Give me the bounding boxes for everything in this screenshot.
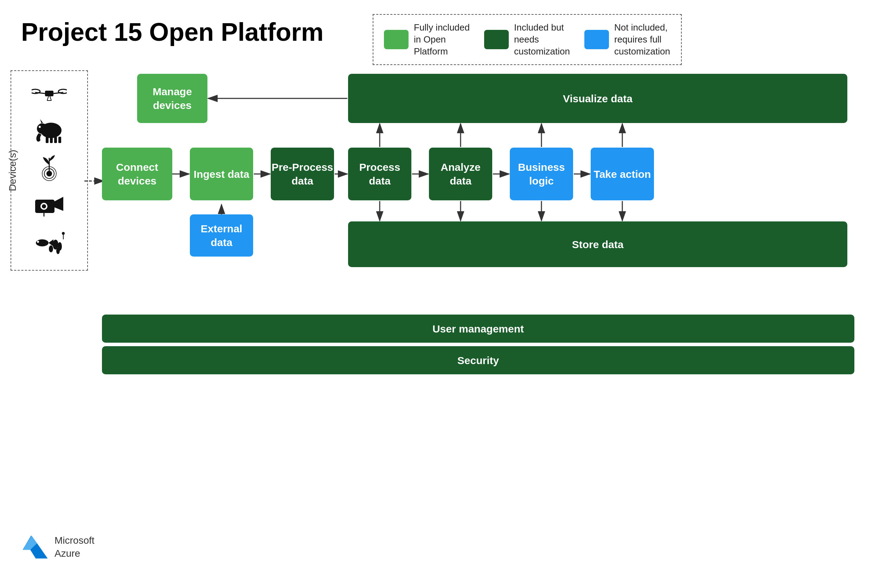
preprocess-data-box: Pre-Process data <box>271 148 334 200</box>
svg-point-9 <box>37 123 48 134</box>
legend-item-needs-customization: Included but needs customization <box>484 22 570 57</box>
legend-color-not-included <box>585 30 609 49</box>
diagram-container: Visualize data Manage devices Connect de… <box>102 67 854 295</box>
business-logic-label: Business logic <box>510 160 573 188</box>
take-action-label: Take action <box>594 167 651 181</box>
legend-item-fully-included: Fully included in Open Platform <box>384 22 470 57</box>
analyze-data-box: Analyze data <box>429 148 492 200</box>
manage-devices-box: Manage devices <box>137 74 207 123</box>
take-action-box: Take action <box>591 148 654 200</box>
legend-label-not-included: Not included, requires full customizatio… <box>614 22 670 57</box>
svg-point-15 <box>47 171 52 176</box>
external-data-label: External data <box>190 222 253 249</box>
analyze-data-label: Analyze data <box>429 160 492 188</box>
drone-icon <box>32 80 67 112</box>
azure-product: Azure <box>54 547 95 560</box>
svg-line-5 <box>47 96 48 100</box>
svg-point-32 <box>62 232 65 235</box>
user-management-label: User management <box>433 322 524 336</box>
elephant-icon <box>32 116 67 150</box>
plant-sensor-icon <box>35 154 63 188</box>
security-label: Security <box>457 354 499 367</box>
visualize-data-label: Visualize data <box>563 92 633 105</box>
user-management-box: User management <box>102 315 854 343</box>
svg-point-29 <box>49 245 53 252</box>
visualize-data-box: Visualize data <box>348 74 847 123</box>
svg-marker-20 <box>54 197 63 211</box>
preprocess-data-label: Pre-Process data <box>271 160 334 188</box>
svg-point-24 <box>36 239 48 246</box>
store-data-box: Store data <box>348 221 847 267</box>
ingest-data-label: Ingest data <box>194 167 249 181</box>
legend-item-not-included: Not included, requires full customizatio… <box>585 22 670 57</box>
connect-devices-box: Connect devices <box>102 148 172 200</box>
devices-label: Device(s) <box>7 150 18 191</box>
ingest-data-box: Ingest data <box>190 148 253 200</box>
legend-label-fully-included: Fully included in Open Platform <box>414 22 470 57</box>
connect-devices-label: Connect devices <box>102 160 172 188</box>
store-data-label: Store data <box>572 238 624 251</box>
legend-label-needs-customization: Included but needs customization <box>514 22 570 57</box>
page-title: Project 15 Open Platform <box>21 18 323 46</box>
marine-icon <box>32 227 67 261</box>
svg-line-6 <box>50 96 51 100</box>
svg-rect-12 <box>54 137 57 143</box>
svg-point-14 <box>39 126 41 128</box>
azure-icon <box>21 536 49 558</box>
process-data-label: Process data <box>348 160 411 188</box>
camera-sensor-icon <box>33 193 65 223</box>
manage-devices-label: Manage devices <box>137 85 207 112</box>
security-box: Security <box>102 346 854 374</box>
external-data-box: External data <box>190 214 253 256</box>
azure-text: Microsoft Azure <box>54 534 95 560</box>
legend-color-needs-customization <box>484 30 509 49</box>
legend-color-fully-included <box>384 30 409 49</box>
process-data-box: Process data <box>348 148 411 200</box>
azure-microsoft: Microsoft <box>54 534 95 547</box>
svg-point-22 <box>42 204 46 208</box>
svg-point-30 <box>56 248 60 254</box>
svg-point-26 <box>37 241 39 243</box>
azure-logo: Microsoft Azure <box>21 534 95 560</box>
svg-rect-0 <box>45 91 53 96</box>
legend-box: Fully included in Open Platform Included… <box>373 14 682 65</box>
svg-rect-13 <box>59 137 61 143</box>
business-logic-box: Business logic <box>510 148 573 200</box>
devices-container: Device(s) <box>11 70 88 271</box>
svg-rect-11 <box>50 137 53 143</box>
svg-rect-10 <box>46 137 48 143</box>
